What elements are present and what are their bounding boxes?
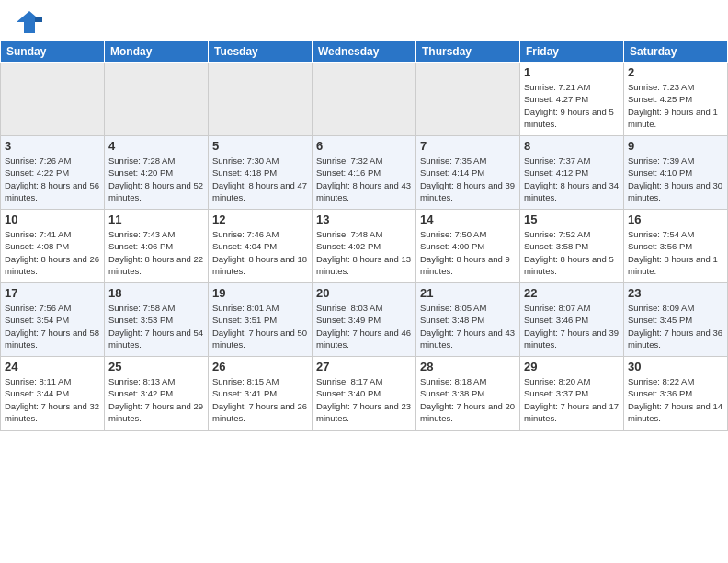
calendar-cell: 7Sunrise: 7:35 AMSunset: 4:14 PMDaylight…	[416, 136, 520, 210]
day-number: 9	[628, 139, 723, 153]
day-info: Sunrise: 7:23 AMSunset: 4:25 PMDaylight:…	[628, 81, 723, 130]
day-info: Sunrise: 7:41 AMSunset: 4:08 PMDaylight:…	[5, 228, 100, 277]
day-info: Sunrise: 8:01 AMSunset: 3:51 PMDaylight:…	[212, 302, 308, 350]
calendar-cell	[209, 63, 313, 136]
day-number: 26	[212, 360, 308, 373]
calendar-cell: 5Sunrise: 7:30 AMSunset: 4:18 PMDaylight…	[209, 136, 313, 210]
day-info: Sunrise: 8:22 AMSunset: 3:36 PMDaylight:…	[628, 375, 723, 424]
day-info: Sunrise: 7:56 AMSunset: 3:54 PMDaylight:…	[5, 302, 100, 350]
calendar-cell: 11Sunrise: 7:43 AMSunset: 4:06 PMDayligh…	[105, 210, 209, 283]
day-number: 15	[524, 213, 620, 226]
calendar-cell: 24Sunrise: 8:11 AMSunset: 3:44 PMDayligh…	[1, 357, 105, 431]
day-number: 5	[212, 139, 308, 153]
calendar-header-row: SundayMondayTuesdayWednesdayThursdayFrid…	[1, 41, 728, 63]
day-info: Sunrise: 8:20 AMSunset: 3:37 PMDaylight:…	[524, 375, 620, 424]
logo-icon	[15, 9, 44, 35]
day-info: Sunrise: 8:09 AMSunset: 3:45 PMDaylight:…	[628, 302, 723, 350]
day-info: Sunrise: 7:39 AMSunset: 4:10 PMDaylight:…	[628, 155, 723, 203]
calendar-cell: 30Sunrise: 8:22 AMSunset: 3:36 PMDayligh…	[624, 357, 728, 431]
day-number: 13	[316, 213, 412, 226]
day-number: 18	[108, 286, 204, 300]
day-info: Sunrise: 7:54 AMSunset: 3:56 PMDaylight:…	[628, 228, 723, 277]
day-info: Sunrise: 7:26 AMSunset: 4:22 PMDaylight:…	[5, 155, 100, 203]
day-number: 29	[524, 360, 620, 373]
day-number: 27	[316, 360, 412, 373]
day-number: 24	[5, 360, 100, 373]
day-number: 2	[628, 65, 723, 79]
day-info: Sunrise: 8:13 AMSunset: 3:42 PMDaylight:…	[108, 375, 204, 424]
day-number: 16	[628, 213, 723, 226]
calendar-cell: 19Sunrise: 8:01 AMSunset: 3:51 PMDayligh…	[209, 283, 313, 357]
day-header-saturday: Saturday	[624, 41, 728, 63]
day-number: 12	[212, 213, 308, 226]
day-number: 23	[628, 286, 723, 300]
day-info: Sunrise: 7:32 AMSunset: 4:16 PMDaylight:…	[316, 155, 412, 203]
day-info: Sunrise: 7:48 AMSunset: 4:02 PMDaylight:…	[316, 228, 412, 277]
calendar-cell: 16Sunrise: 7:54 AMSunset: 3:56 PMDayligh…	[624, 210, 728, 283]
svg-marker-1	[35, 17, 42, 22]
calendar-cell	[416, 63, 520, 136]
calendar-cell: 29Sunrise: 8:20 AMSunset: 3:37 PMDayligh…	[520, 357, 624, 431]
calendar-cell: 25Sunrise: 8:13 AMSunset: 3:42 PMDayligh…	[105, 357, 209, 431]
day-info: Sunrise: 8:03 AMSunset: 3:49 PMDaylight:…	[316, 302, 412, 350]
day-info: Sunrise: 7:50 AMSunset: 4:00 PMDaylight:…	[420, 228, 516, 277]
day-number: 6	[316, 139, 412, 153]
calendar-cell	[1, 63, 105, 136]
calendar-cell: 26Sunrise: 8:15 AMSunset: 3:41 PMDayligh…	[209, 357, 313, 431]
calendar-cell: 3Sunrise: 7:26 AMSunset: 4:22 PMDaylight…	[1, 136, 105, 210]
day-header-friday: Friday	[520, 41, 624, 63]
calendar-cell: 21Sunrise: 8:05 AMSunset: 3:48 PMDayligh…	[416, 283, 520, 357]
day-info: Sunrise: 7:35 AMSunset: 4:14 PMDaylight:…	[420, 155, 516, 203]
logo	[15, 9, 48, 35]
day-info: Sunrise: 7:43 AMSunset: 4:06 PMDaylight:…	[108, 228, 204, 277]
calendar-week-1: 3Sunrise: 7:26 AMSunset: 4:22 PMDaylight…	[1, 136, 728, 210]
day-number: 22	[524, 286, 620, 300]
calendar-cell: 20Sunrise: 8:03 AMSunset: 3:49 PMDayligh…	[313, 283, 416, 357]
day-header-tuesday: Tuesday	[209, 41, 313, 63]
day-info: Sunrise: 8:07 AMSunset: 3:46 PMDaylight:…	[524, 302, 620, 350]
day-header-sunday: Sunday	[1, 41, 105, 63]
page-header	[0, 0, 728, 40]
day-info: Sunrise: 7:28 AMSunset: 4:20 PMDaylight:…	[108, 155, 204, 203]
calendar-week-3: 17Sunrise: 7:56 AMSunset: 3:54 PMDayligh…	[1, 283, 728, 357]
day-header-thursday: Thursday	[416, 41, 520, 63]
calendar-cell: 23Sunrise: 8:09 AMSunset: 3:45 PMDayligh…	[624, 283, 728, 357]
day-info: Sunrise: 7:37 AMSunset: 4:12 PMDaylight:…	[524, 155, 620, 203]
calendar-cell: 8Sunrise: 7:37 AMSunset: 4:12 PMDaylight…	[520, 136, 624, 210]
calendar-week-4: 24Sunrise: 8:11 AMSunset: 3:44 PMDayligh…	[1, 357, 728, 431]
day-number: 4	[108, 139, 204, 153]
calendar-cell: 6Sunrise: 7:32 AMSunset: 4:16 PMDaylight…	[313, 136, 416, 210]
day-number: 28	[420, 360, 516, 373]
day-info: Sunrise: 8:18 AMSunset: 3:38 PMDaylight:…	[420, 375, 516, 424]
calendar-cell: 27Sunrise: 8:17 AMSunset: 3:40 PMDayligh…	[313, 357, 416, 431]
calendar-cell: 15Sunrise: 7:52 AMSunset: 3:58 PMDayligh…	[520, 210, 624, 283]
day-info: Sunrise: 7:58 AMSunset: 3:53 PMDaylight:…	[108, 302, 204, 350]
day-number: 1	[524, 65, 620, 79]
calendar-cell	[105, 63, 209, 136]
day-info: Sunrise: 7:21 AMSunset: 4:27 PMDaylight:…	[524, 81, 620, 130]
calendar-cell: 1Sunrise: 7:21 AMSunset: 4:27 PMDaylight…	[520, 63, 624, 136]
calendar-cell: 28Sunrise: 8:18 AMSunset: 3:38 PMDayligh…	[416, 357, 520, 431]
day-number: 17	[5, 286, 100, 300]
day-number: 20	[316, 286, 412, 300]
calendar-cell: 9Sunrise: 7:39 AMSunset: 4:10 PMDaylight…	[624, 136, 728, 210]
calendar-cell	[313, 63, 416, 136]
calendar-cell: 12Sunrise: 7:46 AMSunset: 4:04 PMDayligh…	[209, 210, 313, 283]
calendar-cell: 10Sunrise: 7:41 AMSunset: 4:08 PMDayligh…	[1, 210, 105, 283]
day-number: 3	[5, 139, 100, 153]
day-number: 10	[5, 213, 100, 226]
day-info: Sunrise: 7:52 AMSunset: 3:58 PMDaylight:…	[524, 228, 620, 277]
calendar-cell: 18Sunrise: 7:58 AMSunset: 3:53 PMDayligh…	[105, 283, 209, 357]
calendar-cell: 17Sunrise: 7:56 AMSunset: 3:54 PMDayligh…	[1, 283, 105, 357]
day-header-wednesday: Wednesday	[313, 41, 416, 63]
day-number: 25	[108, 360, 204, 373]
day-info: Sunrise: 7:46 AMSunset: 4:04 PMDaylight:…	[212, 228, 308, 277]
day-number: 11	[108, 213, 204, 226]
calendar-cell: 2Sunrise: 7:23 AMSunset: 4:25 PMDaylight…	[624, 63, 728, 136]
calendar-cell: 14Sunrise: 7:50 AMSunset: 4:00 PMDayligh…	[416, 210, 520, 283]
day-info: Sunrise: 8:17 AMSunset: 3:40 PMDaylight:…	[316, 375, 412, 424]
day-number: 21	[420, 286, 516, 300]
day-info: Sunrise: 8:05 AMSunset: 3:48 PMDaylight:…	[420, 302, 516, 350]
calendar-cell: 13Sunrise: 7:48 AMSunset: 4:02 PMDayligh…	[313, 210, 416, 283]
calendar-table: SundayMondayTuesdayWednesdayThursdayFrid…	[0, 40, 728, 431]
